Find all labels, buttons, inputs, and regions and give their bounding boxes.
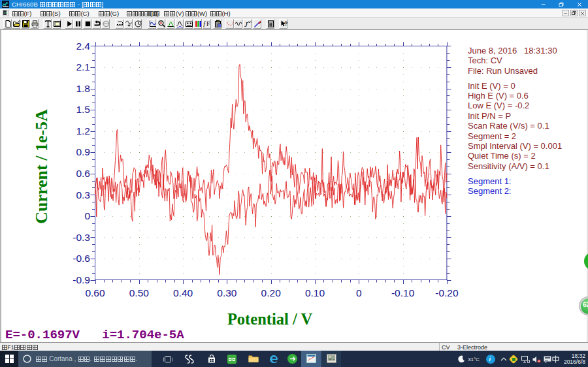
svg-text:2.1: 2.1 — [76, 61, 90, 72]
svg-text:-0.6: -0.6 — [73, 253, 90, 264]
svg-text:-0.20: -0.20 — [435, 287, 459, 298]
svg-text:0.40: 0.40 — [173, 287, 193, 298]
svg-text:0.60: 0.60 — [85, 287, 105, 298]
svg-text:0.30: 0.30 — [217, 287, 237, 298]
svg-text:2.4: 2.4 — [76, 40, 90, 52]
svg-text:0: 0 — [356, 287, 362, 298]
svg-text:0.6: 0.6 — [76, 168, 90, 179]
svg-text:Potential / V: Potential / V — [227, 310, 313, 328]
svg-text:0.50: 0.50 — [129, 287, 150, 298]
svg-text:0.9: 0.9 — [76, 146, 90, 157]
svg-text:1.5: 1.5 — [76, 104, 90, 115]
svg-text:0.20: 0.20 — [261, 287, 282, 298]
svg-text:-0.10: -0.10 — [391, 287, 415, 298]
svg-text:0.3: 0.3 — [76, 189, 90, 200]
svg-text:Current / 1e-5A: Current / 1e-5A — [32, 109, 51, 224]
svg-text:-0.9: -0.9 — [73, 274, 90, 285]
svg-text:1.2: 1.2 — [76, 125, 90, 136]
svg-text:0.10: 0.10 — [305, 287, 325, 298]
svg-text:1.8: 1.8 — [76, 83, 90, 94]
svg-text:0: 0 — [84, 210, 90, 221]
svg-text:-0.3: -0.3 — [73, 232, 90, 243]
